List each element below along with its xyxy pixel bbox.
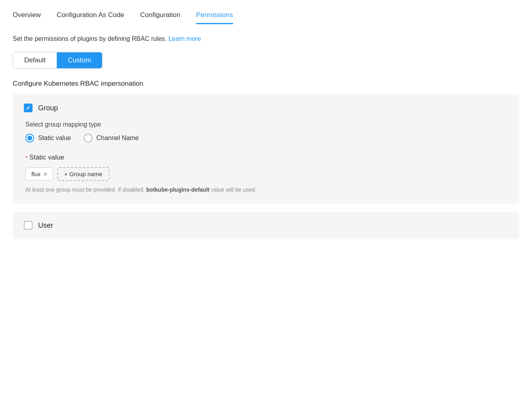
radio-channel-name[interactable]: Channel Name — [84, 134, 139, 142]
radio-static-value[interactable]: Static value — [25, 134, 71, 142]
learn-more-link[interactable]: Learn more — [168, 35, 201, 42]
group-label: Group — [38, 104, 58, 112]
add-group-button[interactable]: + Group name — [57, 167, 110, 181]
tags-row: flux × + Group name — [25, 167, 508, 181]
default-button[interactable]: Default — [13, 52, 57, 68]
tag-flux: flux × — [25, 167, 53, 181]
radio-circle-channel — [84, 134, 93, 142]
toggle-group: Default Custom — [13, 52, 102, 69]
user-checkbox[interactable] — [24, 221, 33, 230]
radio-inner-static — [27, 136, 32, 140]
required-star: * — [25, 154, 28, 161]
tab-config-as-code[interactable]: Configuration As Code — [57, 11, 124, 24]
group-panel: ✓ Group Select group mapping type Static… — [13, 94, 519, 204]
check-icon: ✓ — [26, 105, 31, 111]
mapping-type-label: Select group mapping type — [25, 121, 508, 128]
static-value-section: * Static value — [25, 154, 508, 161]
page-wrapper: Overview Configuration As Code Configura… — [0, 0, 532, 419]
group-checkbox[interactable]: ✓ — [24, 104, 33, 112]
custom-button[interactable]: Custom — [57, 52, 102, 68]
radio-label-static: Static value — [38, 135, 71, 142]
radio-label-channel: Channel Name — [96, 135, 139, 142]
user-panel: User — [13, 211, 519, 239]
configure-title: Configure Kubernetes RBAC impersonation — [13, 80, 519, 88]
group-panel-content: Select group mapping type Static value C… — [24, 121, 508, 194]
hint-text: At least one group must be provided. If … — [25, 186, 508, 194]
tag-flux-value: flux — [31, 171, 40, 177]
static-value-label-text: Static value — [29, 154, 64, 161]
group-panel-header: ✓ Group — [24, 104, 508, 112]
top-nav: Overview Configuration As Code Configura… — [13, 11, 519, 24]
radio-circle-static — [25, 134, 34, 142]
radio-group: Static value Channel Name — [25, 134, 508, 142]
tag-flux-remove[interactable]: × — [44, 171, 47, 177]
tab-configuration[interactable]: Configuration — [140, 11, 180, 24]
tab-permissions[interactable]: Permissions — [196, 11, 233, 24]
description-text: Set the permissions of plugins by defini… — [13, 35, 519, 42]
tab-overview[interactable]: Overview — [13, 11, 41, 24]
user-panel-header: User — [24, 221, 508, 230]
user-label: User — [38, 221, 53, 230]
